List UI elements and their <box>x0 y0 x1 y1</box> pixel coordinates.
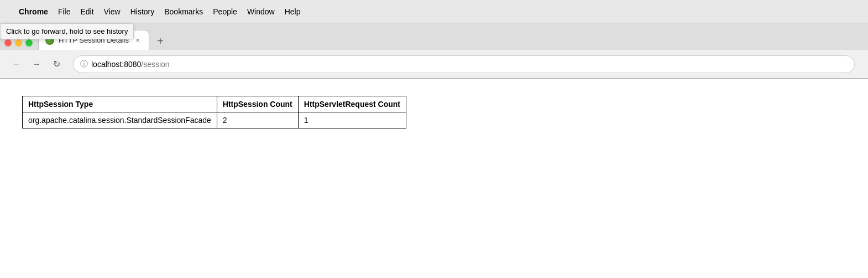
table-cell-count: 2 <box>217 112 298 128</box>
table-row: org.apache.catalina.session.StandardSess… <box>23 112 406 128</box>
menu-item-file[interactable]: File <box>58 7 71 16</box>
maximize-window-button[interactable] <box>25 39 33 47</box>
menu-item-history[interactable]: History <box>130 7 155 16</box>
security-info-icon[interactable]: ⓘ <box>80 59 88 69</box>
table-cell-type: org.apache.catalina.session.StandardSess… <box>23 112 217 128</box>
menu-item-help[interactable]: Help <box>285 7 301 16</box>
table-header-request-count: HttpServletRequest Count <box>298 96 406 112</box>
menu-item-chrome[interactable]: Chrome <box>19 7 48 16</box>
new-tab-button[interactable]: + <box>151 32 169 50</box>
menu-item-view[interactable]: View <box>104 7 121 16</box>
close-window-button[interactable] <box>4 39 12 47</box>
table-header-type: HttpSession Type <box>23 96 217 112</box>
url-display: localhost:8080/session <box>91 60 170 69</box>
session-table: HttpSession Type HttpSession Count HttpS… <box>22 96 406 128</box>
address-bar[interactable]: ⓘ localhost:8080/session <box>73 55 855 73</box>
menu-item-window[interactable]: Window <box>247 7 275 16</box>
url-host: localhost:8080 <box>91 60 141 69</box>
forward-button[interactable]: → <box>29 56 44 72</box>
menu-item-bookmarks[interactable]: Bookmarks <box>164 7 203 16</box>
nav-bar: ← → ↻ ⓘ localhost:8080/session <box>0 50 868 79</box>
menu-item-people[interactable]: People <box>213 7 237 16</box>
back-button[interactable]: ← <box>9 56 24 72</box>
menu-item-edit[interactable]: Edit <box>80 7 93 16</box>
table-header-count: HttpSession Count <box>217 96 298 112</box>
minimize-window-button[interactable] <box>15 39 22 47</box>
table-cell-request-count: 1 <box>298 112 406 128</box>
reload-button[interactable]: ↻ <box>49 56 64 72</box>
url-path: /session <box>141 60 169 69</box>
tab-close-button[interactable]: × <box>133 36 142 45</box>
forward-tooltip: Click to go forward, hold to see history <box>0 23 134 39</box>
page-content: HttpSession Type HttpSession Count HttpS… <box>0 79 868 278</box>
menu-bar: Chrome File Edit View History Bookmarks … <box>0 0 868 23</box>
